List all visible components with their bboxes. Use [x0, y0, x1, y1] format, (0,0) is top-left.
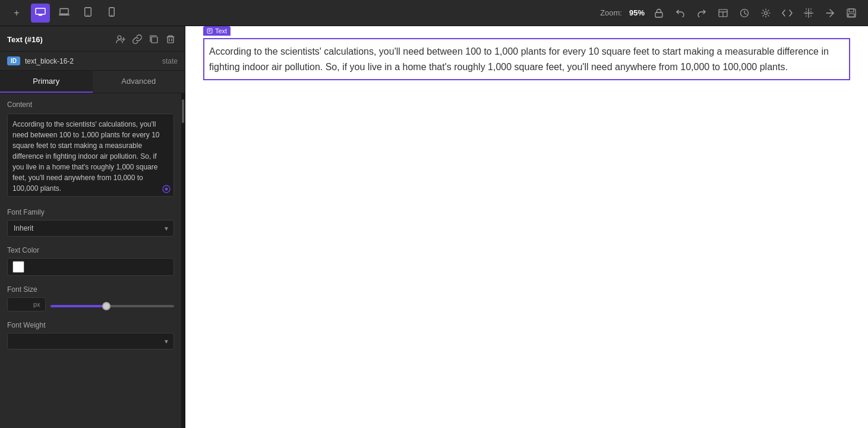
font-size-slider[interactable]: [50, 305, 174, 307]
desktop-view-button[interactable]: [31, 4, 50, 23]
canvas-area: Text According to the scientists' calcul…: [185, 26, 868, 428]
id-value: text_block-16-2: [25, 57, 157, 65]
undo-button[interactable]: [671, 4, 690, 23]
font-weight-select[interactable]: Normal Bold Light: [7, 333, 174, 350]
svg-rect-4: [59, 14, 70, 15]
svg-rect-22: [848, 14, 854, 17]
slider-wrap: [50, 300, 174, 309]
desktop-icon: [35, 8, 46, 18]
state-label: state: [162, 57, 178, 65]
zoom-value: 95%: [629, 8, 645, 17]
font-family-select[interactable]: Inherit Arial Georgia Times New Roman Ro…: [7, 220, 174, 237]
tab-primary[interactable]: Primary: [0, 71, 93, 93]
scrollbar[interactable]: [181, 93, 185, 428]
add-icon: +: [14, 8, 19, 18]
svg-point-31: [165, 188, 168, 191]
canvas-main-text: According to the scientists' calculation…: [209, 44, 844, 74]
svg-rect-21: [849, 9, 854, 12]
font-family-select-wrapper: Inherit Arial Georgia Times New Roman Ro…: [7, 220, 174, 237]
font-size-input-wrap: px: [7, 297, 46, 311]
font-weight-section: Font Weight Normal Bold Light ▼: [7, 321, 174, 350]
selected-text-block[interactable]: Text According to the scientists' calcul…: [203, 38, 850, 80]
add-button[interactable]: +: [7, 4, 26, 23]
text-badge-label: Text: [215, 27, 227, 34]
font-weight-label: Font Weight: [7, 321, 174, 329]
lock-button[interactable]: [649, 4, 668, 23]
svg-point-6: [87, 14, 88, 15]
font-size-unit: px: [33, 301, 40, 308]
font-weight-select-wrapper: Normal Bold Light ▼: [7, 333, 174, 350]
sidebar-content: Content According to the scientists' cal…: [0, 93, 181, 428]
content-textarea[interactable]: According to the scientists' calculation…: [7, 114, 174, 197]
content-section-label: Content: [7, 100, 174, 109]
svg-rect-27: [168, 37, 173, 43]
svg-rect-3: [60, 8, 68, 14]
add-person-icon[interactable]: [113, 32, 128, 46]
font-family-label: Font Family: [7, 208, 174, 216]
redo-button[interactable]: [692, 4, 711, 23]
color-swatch[interactable]: [12, 261, 24, 273]
grid-button[interactable]: [799, 4, 818, 23]
settings-button[interactable]: [756, 4, 775, 23]
export-button[interactable]: [820, 4, 839, 23]
font-family-section: Font Family Inherit Arial Georgia Times …: [7, 208, 174, 237]
text-color-label: Text Color: [7, 246, 174, 254]
top-toolbar: + Zoom: 95%: [0, 0, 868, 26]
sidebar: Text (#16) ID text_block-16-2 state: [0, 26, 185, 428]
font-size-input[interactable]: [12, 300, 33, 309]
sidebar-header-icons: [113, 32, 178, 46]
laptop-view-button[interactable]: [55, 4, 74, 23]
text-badge: Text: [203, 26, 231, 36]
zoom-label: Zoom:: [600, 8, 622, 17]
svg-rect-9: [655, 12, 662, 17]
font-size-row: px: [7, 297, 174, 311]
svg-point-14: [765, 11, 768, 14]
history-button[interactable]: [735, 4, 754, 23]
delete-icon[interactable]: [163, 32, 178, 46]
mobile-view-button[interactable]: [102, 4, 121, 23]
laptop-icon: [59, 8, 70, 18]
svg-point-8: [111, 14, 112, 15]
scrollbar-thumb[interactable]: [182, 99, 184, 123]
tablet-icon: [84, 7, 91, 19]
font-size-section: Font Size px: [7, 285, 174, 311]
font-size-label: Font Size: [7, 285, 174, 294]
svg-rect-0: [36, 8, 45, 14]
mobile-icon: [109, 7, 115, 19]
svg-rect-1: [39, 15, 42, 16]
duplicate-icon[interactable]: [147, 32, 161, 46]
text-color-section: Text Color: [7, 246, 174, 276]
sidebar-tabs: Primary Advanced: [0, 71, 185, 93]
id-badge: ID: [7, 56, 20, 65]
code-button[interactable]: [778, 4, 797, 23]
svg-rect-2: [37, 14, 43, 15]
tablet-view-button[interactable]: [78, 4, 97, 23]
layout-button[interactable]: [714, 4, 733, 23]
expand-icon[interactable]: [162, 185, 171, 195]
canvas-page: Text According to the scientists' calcul…: [185, 26, 868, 428]
svg-point-23: [118, 36, 121, 39]
save-button[interactable]: [842, 4, 861, 23]
sidebar-element-title: Text (#16): [7, 35, 43, 44]
link-icon[interactable]: [130, 32, 144, 46]
sidebar-header: Text (#16): [0, 26, 185, 52]
svg-rect-26: [151, 37, 157, 43]
toolbar-right-icons: [649, 4, 861, 23]
tab-advanced[interactable]: Advanced: [93, 71, 185, 93]
main-layout: Text (#16) ID text_block-16-2 state: [0, 26, 868, 428]
color-field[interactable]: [7, 258, 174, 276]
id-row: ID text_block-16-2 state: [0, 52, 185, 71]
